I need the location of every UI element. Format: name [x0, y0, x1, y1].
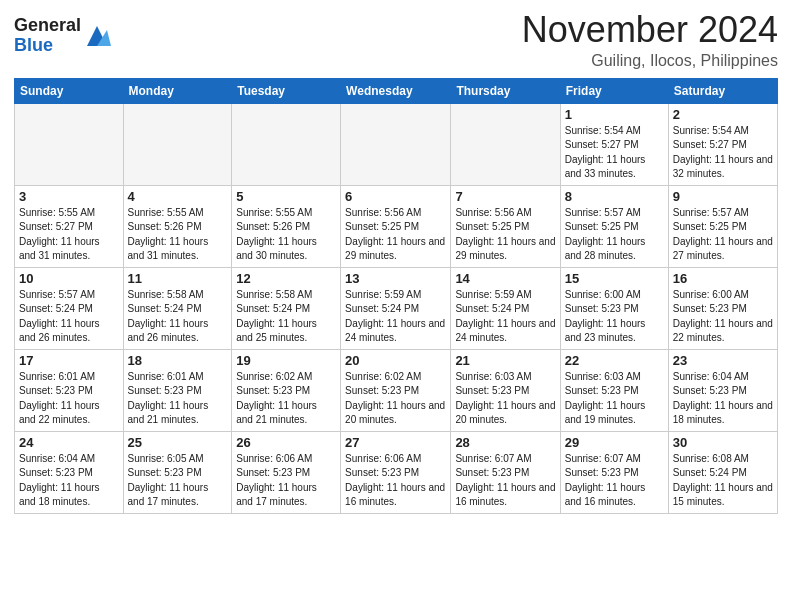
day-number: 16 [673, 271, 773, 286]
logo-general: General [14, 16, 81, 36]
calendar-cell [123, 103, 232, 185]
calendar-cell [341, 103, 451, 185]
week-row-5: 24Sunrise: 6:04 AM Sunset: 5:23 PM Dayli… [15, 431, 778, 513]
calendar-cell: 22Sunrise: 6:03 AM Sunset: 5:23 PM Dayli… [560, 349, 668, 431]
day-info: Sunrise: 6:06 AM Sunset: 5:23 PM Dayligh… [345, 452, 446, 510]
day-info: Sunrise: 6:07 AM Sunset: 5:23 PM Dayligh… [455, 452, 555, 510]
calendar-cell: 29Sunrise: 6:07 AM Sunset: 5:23 PM Dayli… [560, 431, 668, 513]
day-number: 2 [673, 107, 773, 122]
day-number: 13 [345, 271, 446, 286]
day-number: 5 [236, 189, 336, 204]
logo-blue: Blue [14, 36, 81, 56]
calendar-cell: 25Sunrise: 6:05 AM Sunset: 5:23 PM Dayli… [123, 431, 232, 513]
calendar-cell: 17Sunrise: 6:01 AM Sunset: 5:23 PM Dayli… [15, 349, 124, 431]
calendar-cell: 4Sunrise: 5:55 AM Sunset: 5:26 PM Daylig… [123, 185, 232, 267]
calendar-cell: 14Sunrise: 5:59 AM Sunset: 5:24 PM Dayli… [451, 267, 560, 349]
logo: General Blue [14, 16, 111, 56]
day-number: 7 [455, 189, 555, 204]
calendar-cell: 26Sunrise: 6:06 AM Sunset: 5:23 PM Dayli… [232, 431, 341, 513]
day-number: 11 [128, 271, 228, 286]
calendar-cell: 5Sunrise: 5:55 AM Sunset: 5:26 PM Daylig… [232, 185, 341, 267]
day-number: 8 [565, 189, 664, 204]
calendar-cell: 19Sunrise: 6:02 AM Sunset: 5:23 PM Dayli… [232, 349, 341, 431]
day-info: Sunrise: 6:01 AM Sunset: 5:23 PM Dayligh… [128, 370, 228, 428]
location-title: Guiling, Ilocos, Philippines [522, 52, 778, 70]
day-info: Sunrise: 6:06 AM Sunset: 5:23 PM Dayligh… [236, 452, 336, 510]
calendar-cell: 10Sunrise: 5:57 AM Sunset: 5:24 PM Dayli… [15, 267, 124, 349]
col-header-wednesday: Wednesday [341, 78, 451, 103]
day-number: 25 [128, 435, 228, 450]
calendar-cell [232, 103, 341, 185]
day-info: Sunrise: 5:57 AM Sunset: 5:25 PM Dayligh… [673, 206, 773, 264]
day-info: Sunrise: 5:57 AM Sunset: 5:24 PM Dayligh… [19, 288, 119, 346]
col-header-friday: Friday [560, 78, 668, 103]
day-number: 28 [455, 435, 555, 450]
day-info: Sunrise: 5:54 AM Sunset: 5:27 PM Dayligh… [673, 124, 773, 182]
calendar-cell: 21Sunrise: 6:03 AM Sunset: 5:23 PM Dayli… [451, 349, 560, 431]
day-info: Sunrise: 6:03 AM Sunset: 5:23 PM Dayligh… [565, 370, 664, 428]
day-info: Sunrise: 5:58 AM Sunset: 5:24 PM Dayligh… [128, 288, 228, 346]
calendar-cell: 13Sunrise: 5:59 AM Sunset: 5:24 PM Dayli… [341, 267, 451, 349]
day-number: 4 [128, 189, 228, 204]
day-info: Sunrise: 6:02 AM Sunset: 5:23 PM Dayligh… [345, 370, 446, 428]
page: General Blue November 2024 Guiling, Iloc… [0, 0, 792, 524]
calendar-cell: 15Sunrise: 6:00 AM Sunset: 5:23 PM Dayli… [560, 267, 668, 349]
day-info: Sunrise: 5:57 AM Sunset: 5:25 PM Dayligh… [565, 206, 664, 264]
day-number: 24 [19, 435, 119, 450]
col-header-monday: Monday [123, 78, 232, 103]
col-header-tuesday: Tuesday [232, 78, 341, 103]
day-info: Sunrise: 5:55 AM Sunset: 5:26 PM Dayligh… [236, 206, 336, 264]
day-number: 26 [236, 435, 336, 450]
calendar-cell: 9Sunrise: 5:57 AM Sunset: 5:25 PM Daylig… [668, 185, 777, 267]
calendar-cell: 11Sunrise: 5:58 AM Sunset: 5:24 PM Dayli… [123, 267, 232, 349]
calendar-cell: 6Sunrise: 5:56 AM Sunset: 5:25 PM Daylig… [341, 185, 451, 267]
calendar-cell [15, 103, 124, 185]
calendar-cell: 8Sunrise: 5:57 AM Sunset: 5:25 PM Daylig… [560, 185, 668, 267]
day-info: Sunrise: 6:01 AM Sunset: 5:23 PM Dayligh… [19, 370, 119, 428]
day-info: Sunrise: 6:04 AM Sunset: 5:23 PM Dayligh… [19, 452, 119, 510]
day-number: 17 [19, 353, 119, 368]
header-row: SundayMondayTuesdayWednesdayThursdayFrid… [15, 78, 778, 103]
day-info: Sunrise: 5:56 AM Sunset: 5:25 PM Dayligh… [455, 206, 555, 264]
calendar-cell: 23Sunrise: 6:04 AM Sunset: 5:23 PM Dayli… [668, 349, 777, 431]
logo-text: General Blue [14, 16, 81, 56]
day-number: 30 [673, 435, 773, 450]
title-block: November 2024 Guiling, Ilocos, Philippin… [522, 10, 778, 70]
day-number: 23 [673, 353, 773, 368]
day-info: Sunrise: 5:54 AM Sunset: 5:27 PM Dayligh… [565, 124, 664, 182]
day-info: Sunrise: 6:00 AM Sunset: 5:23 PM Dayligh… [673, 288, 773, 346]
month-title: November 2024 [522, 10, 778, 50]
calendar-cell: 2Sunrise: 5:54 AM Sunset: 5:27 PM Daylig… [668, 103, 777, 185]
calendar-cell: 1Sunrise: 5:54 AM Sunset: 5:27 PM Daylig… [560, 103, 668, 185]
day-info: Sunrise: 5:59 AM Sunset: 5:24 PM Dayligh… [345, 288, 446, 346]
col-header-thursday: Thursday [451, 78, 560, 103]
calendar-cell: 7Sunrise: 5:56 AM Sunset: 5:25 PM Daylig… [451, 185, 560, 267]
day-number: 21 [455, 353, 555, 368]
day-number: 15 [565, 271, 664, 286]
day-number: 22 [565, 353, 664, 368]
day-number: 6 [345, 189, 446, 204]
day-number: 1 [565, 107, 664, 122]
day-info: Sunrise: 6:07 AM Sunset: 5:23 PM Dayligh… [565, 452, 664, 510]
calendar-cell: 18Sunrise: 6:01 AM Sunset: 5:23 PM Dayli… [123, 349, 232, 431]
logo-icon [83, 22, 111, 50]
day-number: 9 [673, 189, 773, 204]
calendar-cell: 27Sunrise: 6:06 AM Sunset: 5:23 PM Dayli… [341, 431, 451, 513]
calendar-cell: 30Sunrise: 6:08 AM Sunset: 5:24 PM Dayli… [668, 431, 777, 513]
week-row-3: 10Sunrise: 5:57 AM Sunset: 5:24 PM Dayli… [15, 267, 778, 349]
calendar-cell: 3Sunrise: 5:55 AM Sunset: 5:27 PM Daylig… [15, 185, 124, 267]
day-number: 27 [345, 435, 446, 450]
header: General Blue November 2024 Guiling, Iloc… [14, 10, 778, 70]
day-info: Sunrise: 6:04 AM Sunset: 5:23 PM Dayligh… [673, 370, 773, 428]
day-number: 18 [128, 353, 228, 368]
col-header-sunday: Sunday [15, 78, 124, 103]
day-number: 3 [19, 189, 119, 204]
day-number: 29 [565, 435, 664, 450]
calendar-cell: 20Sunrise: 6:02 AM Sunset: 5:23 PM Dayli… [341, 349, 451, 431]
col-header-saturday: Saturday [668, 78, 777, 103]
day-info: Sunrise: 5:59 AM Sunset: 5:24 PM Dayligh… [455, 288, 555, 346]
day-info: Sunrise: 6:03 AM Sunset: 5:23 PM Dayligh… [455, 370, 555, 428]
calendar-cell: 16Sunrise: 6:00 AM Sunset: 5:23 PM Dayli… [668, 267, 777, 349]
day-info: Sunrise: 6:02 AM Sunset: 5:23 PM Dayligh… [236, 370, 336, 428]
week-row-4: 17Sunrise: 6:01 AM Sunset: 5:23 PM Dayli… [15, 349, 778, 431]
